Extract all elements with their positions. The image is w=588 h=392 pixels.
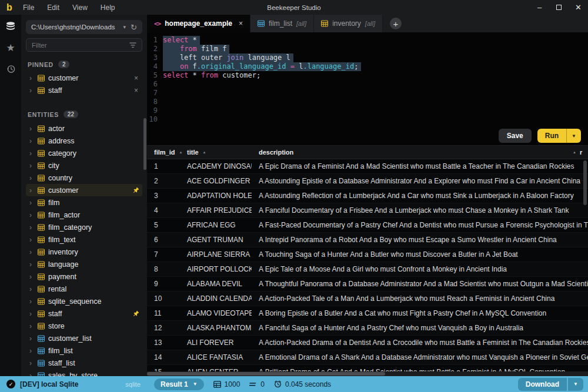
menu-help[interactable]: Help: [94, 4, 122, 12]
chevron-right-icon[interactable]: ›: [29, 323, 34, 330]
chevron-right-icon[interactable]: ›: [29, 310, 34, 317]
tab-close-icon[interactable]: ×: [239, 19, 243, 28]
sort-asc-icon[interactable]: ▲: [573, 150, 576, 154]
pinned-section-header[interactable]: PINNED 2: [26, 61, 142, 68]
result-selector[interactable]: Result 1 ▼: [154, 378, 204, 390]
download-options-caret-icon[interactable]: ▼: [568, 378, 583, 391]
results-horizontal-scrollbar[interactable]: [147, 371, 588, 376]
chevron-right-icon[interactable]: ›: [29, 249, 34, 256]
table-row[interactable]: 1ACADEMY DINOSAURA Epic Drama of a Femin…: [147, 159, 588, 174]
chevron-right-icon[interactable]: ›: [29, 335, 34, 342]
horizontal-scroll-thumb[interactable]: [147, 372, 385, 376]
sidebar-item-city[interactable]: › city: [26, 159, 142, 172]
table-row[interactable]: 12ALASKA PHANTOMA Fanciful Saga of a Hun…: [147, 321, 588, 336]
sidebar-item-film_actor[interactable]: › film_actor: [26, 209, 142, 221]
sidebar-item-film_list[interactable]: › film_list: [26, 344, 142, 357]
sidebar-item-address[interactable]: › address: [26, 135, 142, 147]
run-label[interactable]: Run: [537, 129, 566, 143]
connection-status[interactable]: ✓ [DEV] local Sqlite sqlite: [0, 380, 147, 388]
table-row[interactable]: 14ALICE FANTASIAA Emotional Drama of a A…: [147, 350, 588, 365]
chevron-right-icon[interactable]: ›: [29, 150, 34, 157]
column-header-title[interactable]: title▲: [180, 149, 252, 156]
maximize-button[interactable]: [549, 0, 569, 15]
tab-inventory[interactable]: inventory[all]: [314, 15, 383, 32]
column-header-film_id[interactable]: film_id▲: [147, 149, 180, 156]
table-row[interactable]: 2ACE GOLDFINGERA Astounding Epistle of a…: [147, 174, 588, 189]
entities-section-header[interactable]: ENTITIES 22: [26, 110, 142, 118]
sidebar-item-inventory[interactable]: › inventory: [26, 246, 142, 258]
database-tables-icon[interactable]: [5, 21, 16, 32]
sidebar-item-staff[interactable]: › staff: [26, 307, 142, 320]
tab-film_list[interactable]: film_list[all]: [250, 15, 314, 32]
sidebar-item-staff_list[interactable]: › staff_list: [26, 357, 142, 369]
chevron-right-icon[interactable]: ›: [29, 187, 34, 194]
sidebar-scrollbar[interactable]: [143, 118, 146, 170]
unpin-close-icon[interactable]: ×: [133, 86, 139, 95]
chevron-right-icon[interactable]: ›: [29, 175, 34, 182]
column-header-description[interactable]: description▲: [252, 149, 580, 156]
sidebar-item-sqlite_sequence[interactable]: › sqlite_sequence: [26, 295, 142, 307]
new-tab-button[interactable]: +: [390, 18, 402, 29]
chevron-right-icon[interactable]: ›: [29, 360, 34, 367]
save-button[interactable]: Save: [499, 129, 532, 143]
chevron-right-icon[interactable]: ›: [29, 372, 34, 377]
sidebar-item-customer[interactable]: › customer: [26, 184, 142, 196]
sql-editor[interactable]: 1select *2 from film f3 left outer join …: [147, 32, 588, 126]
sidebar-item-sales_by_store[interactable]: › sales_by_store: [26, 369, 142, 376]
pin-icon[interactable]: [133, 187, 139, 193]
history-icon[interactable]: [6, 64, 16, 74]
table-row[interactable]: 13ALI FOREVERA Action-Packed Drama of a …: [147, 336, 588, 350]
minimize-button[interactable]: –: [530, 0, 549, 15]
sidebar-item-film_category[interactable]: › film_category: [26, 221, 142, 233]
menu-file[interactable]: File: [16, 4, 41, 12]
favorites-star-icon[interactable]: ★: [6, 43, 15, 53]
results-vertical-scrollbar[interactable]: [583, 160, 587, 205]
sidebar-item-film_text[interactable]: › film_text: [26, 233, 142, 246]
chevron-right-icon[interactable]: ›: [29, 298, 34, 305]
sidebar-item-customer_list[interactable]: › customer_list: [26, 332, 142, 344]
filter-input[interactable]: [32, 42, 129, 49]
menu-view[interactable]: View: [66, 4, 94, 12]
pin-icon[interactable]: [133, 310, 139, 317]
table-row[interactable]: 7AIRPLANE SIERRAA Touching Saga of a Hun…: [147, 247, 588, 262]
run-button[interactable]: Run ▼: [537, 129, 581, 143]
menu-edit[interactable]: Edit: [41, 4, 66, 12]
unpin-close-icon[interactable]: ×: [133, 74, 139, 82]
sidebar-item-language[interactable]: › language: [26, 258, 142, 270]
chevron-right-icon[interactable]: ›: [29, 273, 34, 280]
run-options-caret-icon[interactable]: ▼: [566, 129, 581, 143]
chevron-right-icon[interactable]: ›: [29, 125, 34, 132]
table-row[interactable]: 4AFFAIR PREJUDICEA Fanciful Documentary …: [147, 203, 588, 218]
chevron-right-icon[interactable]: ›: [29, 138, 34, 145]
sidebar-item-actor[interactable]: › actor: [26, 122, 142, 135]
sidebar-item-customer[interactable]: › customer×: [26, 72, 142, 84]
chevron-right-icon[interactable]: ›: [29, 87, 34, 94]
chevron-right-icon[interactable]: ›: [29, 261, 34, 268]
chevron-right-icon[interactable]: ›: [29, 212, 34, 219]
table-row[interactable]: 10ALADDIN CALENDARA Action-Packed Tale o…: [147, 292, 588, 306]
chevron-right-icon[interactable]: ›: [29, 75, 34, 82]
sidebar-item-film[interactable]: › film: [26, 196, 142, 209]
sidebar-item-category[interactable]: › category: [26, 147, 142, 159]
refresh-icon[interactable]: ↻: [131, 24, 137, 31]
connection-path-dropdown[interactable]: C:\Users\ghstng\Downloads ▾ ↻: [26, 20, 142, 34]
chevron-right-icon[interactable]: ›: [29, 199, 34, 206]
chevron-right-icon[interactable]: ›: [29, 224, 34, 231]
sort-asc-icon[interactable]: ▲: [203, 150, 206, 154]
table-row[interactable]: 11ALAMO VIDEOTAPEA Boring Epistle of a B…: [147, 306, 588, 321]
chevron-right-icon[interactable]: ›: [29, 286, 34, 293]
chevron-right-icon[interactable]: ›: [29, 236, 34, 243]
tab-homepage_example[interactable]: <>homepage_example×: [147, 15, 250, 32]
table-row[interactable]: 6AGENT TRUMANA Intrepid Panorama of a Ro…: [147, 233, 588, 247]
sidebar-item-country[interactable]: › country: [26, 172, 142, 184]
table-row[interactable]: 9ALABAMA DEVILA Thoughtful Panorama of a…: [147, 277, 588, 292]
chevron-right-icon[interactable]: ›: [29, 347, 34, 354]
table-row[interactable]: 5AFRICAN EGGA Fast-Paced Documentary of …: [147, 218, 588, 233]
sidebar-item-staff[interactable]: › staff×: [26, 84, 142, 96]
table-row[interactable]: 3ADAPTATION HOLESA Astounding Reflection…: [147, 189, 588, 203]
chevron-right-icon[interactable]: ›: [29, 162, 34, 169]
table-row[interactable]: 8AIRPORT POLLOCKA Epic Tale of a Moose A…: [147, 262, 588, 277]
sidebar-item-store[interactable]: › store: [26, 320, 142, 332]
sidebar-item-payment[interactable]: › payment: [26, 270, 142, 283]
download-button[interactable]: Download: [518, 378, 567, 391]
